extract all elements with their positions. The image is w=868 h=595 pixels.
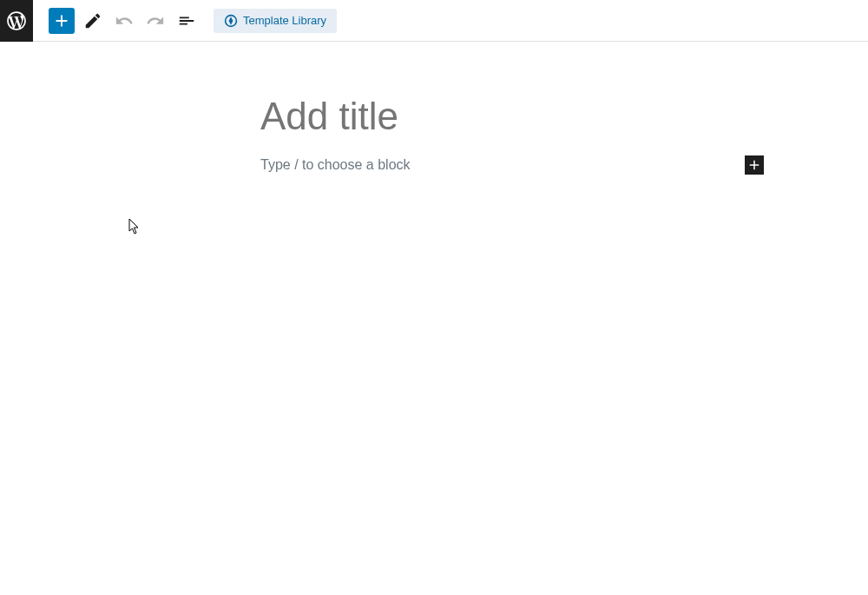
- document-overview-button[interactable]: [174, 8, 200, 34]
- list-view-icon: [177, 11, 196, 30]
- toolbar-group: [49, 8, 200, 34]
- wordpress-logo[interactable]: [0, 0, 33, 42]
- plus-icon: [52, 11, 71, 30]
- pencil-icon: [83, 11, 102, 30]
- wordpress-icon: [5, 10, 28, 32]
- undo-button[interactable]: [111, 8, 137, 34]
- template-library-label: Template Library: [243, 14, 326, 27]
- block-placeholder-text[interactable]: Type / to choose a block: [260, 157, 764, 173]
- editor-toolbar: Template Library: [0, 0, 868, 42]
- post-title-input[interactable]: [260, 94, 764, 140]
- redo-button[interactable]: [142, 8, 168, 34]
- plus-icon: [746, 157, 762, 173]
- redo-icon: [146, 11, 165, 30]
- mouse-cursor-icon: [128, 219, 141, 238]
- editor-canvas: Type / to choose a block: [0, 42, 868, 173]
- add-block-inline-button[interactable]: [745, 155, 764, 175]
- template-library-button[interactable]: Template Library: [214, 9, 337, 33]
- tools-button[interactable]: [80, 8, 106, 34]
- add-block-toggle-button[interactable]: [49, 8, 75, 34]
- undo-icon: [115, 11, 134, 30]
- editor-content: Type / to choose a block: [260, 94, 764, 173]
- template-library-icon: [224, 14, 238, 28]
- default-block-row: Type / to choose a block: [260, 157, 764, 173]
